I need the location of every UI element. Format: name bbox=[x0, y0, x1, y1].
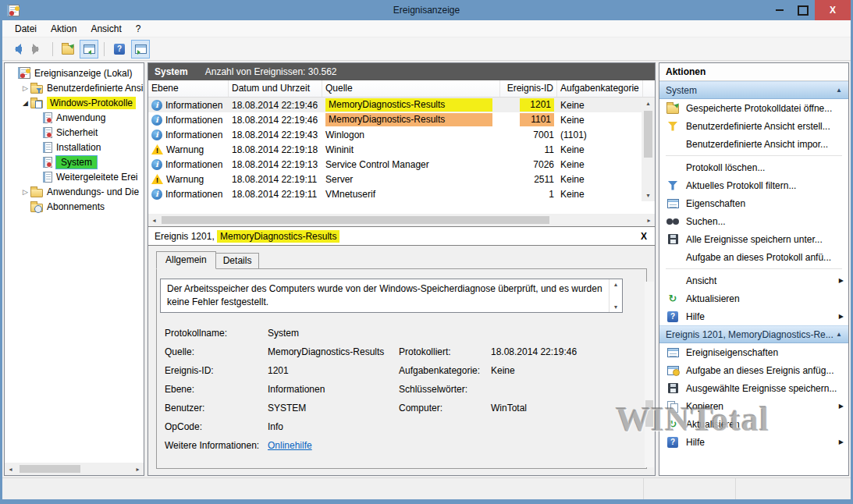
preview-pane: Ereignis 1201, MemoryDiagnostics-Results… bbox=[148, 226, 655, 475]
submenu-arrow-icon: ▶ bbox=[839, 277, 844, 284]
preview-vscroll-thumb[interactable] bbox=[645, 400, 653, 427]
action-suchen[interactable]: Suchen... bbox=[659, 212, 848, 230]
scroll-down-icon[interactable]: ▾ bbox=[614, 303, 617, 311]
table-row[interactable]: iInformationen18.08.2014 22:19:13Service… bbox=[148, 157, 642, 172]
scroll-up-icon[interactable]: ▴ bbox=[614, 281, 617, 288]
preview-vscrollbar[interactable] bbox=[645, 282, 654, 467]
table-row[interactable]: iInformationen18.08.2014 22:19:11VMnetus… bbox=[148, 186, 642, 201]
preview-close-button[interactable]: X bbox=[641, 231, 647, 242]
tree-item-benutzerdefinierte-ansi[interactable]: ▷Benutzerdefinierte Ansi bbox=[5, 80, 144, 95]
warning-icon: ! bbox=[151, 144, 163, 154]
online-help-link[interactable]: Onlinehilfe bbox=[268, 440, 312, 451]
action-ereigniseigenschaften[interactable]: Ereigniseigenschaften bbox=[659, 343, 848, 361]
tree-item-abonnements[interactable]: Abonnements bbox=[5, 199, 144, 214]
table-row[interactable]: iInformationen18.08.2014 22:19:46MemoryD… bbox=[148, 98, 642, 112]
preview-title-highlight: MemoryDiagnostics-Results bbox=[217, 230, 339, 243]
scroll-down-icon[interactable]: ▾ bbox=[646, 190, 649, 201]
collapse-icon[interactable]: ▲ bbox=[836, 87, 842, 94]
action-ansicht[interactable]: Ansicht▶ bbox=[659, 272, 848, 289]
action-aktuelles-protokoll-filtern[interactable]: Aktuelles Protokoll filtern... bbox=[659, 176, 848, 194]
actions-groups: System▲Gespeicherte Protokolldatei öffne… bbox=[659, 81, 848, 451]
action-icon-slot bbox=[666, 366, 680, 375]
column-header-ebene[interactable]: Ebene bbox=[148, 80, 229, 97]
tree-item-windows-protokolle[interactable]: ◢Windows-Protokolle bbox=[5, 95, 144, 110]
scroll-right-icon[interactable]: ▸ bbox=[643, 217, 655, 224]
show-action-pane-button[interactable] bbox=[131, 40, 150, 59]
event-id-highlight: 1101 bbox=[520, 113, 554, 126]
expand-collapsed-icon[interactable]: ▷ bbox=[20, 84, 30, 92]
tab-allgemein[interactable]: Allgemein bbox=[156, 251, 216, 269]
tree-item-anwendung[interactable]: Anwendung bbox=[5, 110, 144, 125]
tree-item-weitergeleitete-erei[interactable]: Weitergeleitete Erei bbox=[5, 169, 144, 184]
action-protokoll-l-schen[interactable]: Protokoll löschen... bbox=[659, 158, 848, 176]
action-label: Aufgabe an dieses Protokoll anfü... bbox=[686, 252, 831, 263]
maximize-button[interactable] bbox=[791, 0, 815, 20]
action-kopieren[interactable]: Kopieren▶ bbox=[659, 397, 848, 415]
tree-item-anwendungs-und-die[interactable]: ▷Anwendungs- und Die bbox=[5, 184, 144, 199]
action-benutzerdefinierte-ansicht-impor[interactable]: Benutzerdefinierte Ansicht impor... bbox=[659, 135, 848, 153]
action-gespeicherte-protokolldatei-ffne[interactable]: Gespeicherte Protokolldatei öffne... bbox=[659, 99, 848, 117]
level-cell: iInformationen bbox=[148, 127, 229, 142]
table-row[interactable]: iInformationen18.08.2014 22:19:43Winlogo… bbox=[148, 127, 642, 142]
action-label: Aktualisieren bbox=[686, 419, 740, 430]
show-console-tree-button[interactable] bbox=[80, 40, 98, 59]
scroll-up-icon[interactable]: ▴ bbox=[646, 98, 649, 109]
list-vscroll-thumb[interactable] bbox=[644, 111, 652, 158]
table-row[interactable]: !Warnung18.08.2014 22:19:18Wininit11Kein… bbox=[148, 142, 642, 157]
column-header-datum-und-uhrzeit[interactable]: Datum und Uhrzeit bbox=[229, 80, 322, 97]
scroll-right-icon[interactable]: ▸ bbox=[132, 466, 144, 473]
action-hilfe[interactable]: ?Hilfe▶ bbox=[659, 307, 848, 325]
tree-item-label: Anwendungs- und Die bbox=[47, 186, 139, 197]
action-aktualisieren[interactable]: ↻Aktualisieren bbox=[659, 289, 848, 307]
tree-hscroll-thumb[interactable] bbox=[20, 465, 80, 473]
menu-ansicht[interactable]: Ansicht bbox=[84, 22, 127, 36]
date-cell: 18.08.2014 22:19:46 bbox=[229, 112, 322, 127]
forward-button[interactable] bbox=[28, 40, 47, 59]
menu-datei[interactable]: Datei bbox=[9, 22, 43, 36]
collapse-icon[interactable]: ▲ bbox=[836, 331, 842, 338]
action-aufgabe-an-dieses-ereignis-anf-g[interactable]: Aufgabe an dieses Ereignis anfüg... bbox=[659, 361, 848, 379]
action-alle-ereignisse-speichern-unter[interactable]: Alle Ereignisse speichern unter... bbox=[659, 230, 848, 248]
tab-details[interactable]: Details bbox=[216, 253, 260, 269]
source-cell: Wininit bbox=[322, 142, 500, 157]
list-hscrollbar[interactable]: ◂ ▸ bbox=[148, 214, 655, 226]
tree-item-system[interactable]: System bbox=[5, 154, 144, 169]
tree-hscrollbar[interactable]: ◂ ▸ bbox=[5, 463, 144, 475]
minimize-button[interactable] bbox=[768, 0, 791, 20]
action-aufgabe-an-dieses-protokoll-anf[interactable]: Aufgabe an dieses Protokoll anfü... bbox=[659, 248, 848, 266]
action-eigenschaften[interactable]: Eigenschaften bbox=[659, 194, 848, 212]
tree-item-sicherheit[interactable]: Sicherheit bbox=[5, 125, 144, 140]
list-hscroll-thumb[interactable] bbox=[162, 216, 549, 224]
tree-item-installation[interactable]: Installation bbox=[5, 140, 144, 154]
open-folder-icon bbox=[62, 45, 74, 55]
menu-[interactable]: ? bbox=[130, 22, 147, 36]
action-ausgew-hlte-ereignisse-speichern[interactable]: Ausgewählte Ereignisse speichern... bbox=[659, 379, 848, 397]
scroll-left-icon[interactable]: ◂ bbox=[5, 466, 16, 473]
column-header-aufgabenkategorie[interactable]: Aufgabenkategorie bbox=[557, 80, 643, 97]
table-row[interactable]: !Warnung18.08.2014 22:19:11Server2511Kei… bbox=[148, 172, 642, 186]
action-hilfe[interactable]: ?Hilfe▶ bbox=[659, 433, 848, 451]
description-scrollbar[interactable]: ▴ ▾ bbox=[609, 279, 622, 312]
scroll-left-icon[interactable]: ◂ bbox=[148, 217, 160, 224]
column-header-quelle[interactable]: Quelle bbox=[322, 80, 500, 97]
list-vscrollbar[interactable]: ▴ ▾ bbox=[642, 98, 655, 201]
tree-item-ereignisanzeige-lokal[interactable]: Ereignisanzeige (Lokal) bbox=[5, 66, 144, 80]
action-group-system[interactable]: System▲ bbox=[659, 81, 848, 99]
expand-collapsed-icon[interactable]: ▷ bbox=[20, 188, 30, 196]
filter-yellow-icon bbox=[668, 122, 678, 131]
action-group-ereignis-1201-memorydiagnostics-re[interactable]: Ereignis 1201, MemoryDiagnostics-Re...▲ bbox=[659, 325, 848, 343]
action-aktualisieren[interactable]: ↻Aktualisieren bbox=[659, 415, 848, 433]
help-button[interactable]: ? bbox=[110, 40, 129, 59]
back-button[interactable] bbox=[7, 40, 26, 59]
column-header-ereignis-id[interactable]: Ereignis-ID bbox=[500, 80, 557, 97]
table-row[interactable]: iInformationen18.08.2014 22:19:46MemoryD… bbox=[148, 112, 642, 127]
action-pane-icon bbox=[135, 44, 147, 54]
preview-title: Ereignis 1201, MemoryDiagnostics-Results bbox=[155, 231, 339, 242]
menu-aktion[interactable]: Aktion bbox=[44, 22, 83, 36]
open-saved-log-button[interactable] bbox=[59, 40, 77, 59]
action-benutzerdefinierte-ansicht-erstell[interactable]: Benutzerdefinierte Ansicht erstell... bbox=[659, 117, 848, 135]
none-icon bbox=[667, 276, 678, 286]
expand-expanded-icon[interactable]: ◢ bbox=[20, 99, 30, 107]
subscriptions-icon bbox=[30, 204, 43, 212]
close-button[interactable]: X bbox=[815, 0, 851, 20]
